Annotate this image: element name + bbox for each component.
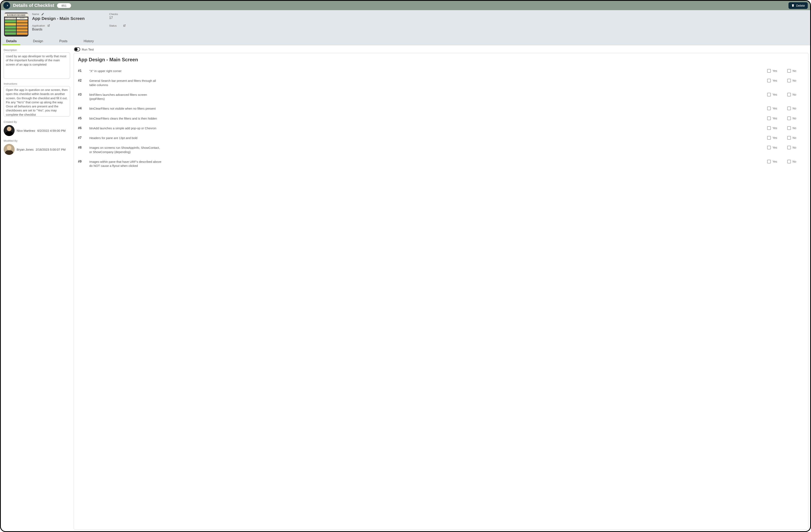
checkbox-box[interactable]: [787, 69, 791, 73]
checkbox-no[interactable]: No: [787, 107, 796, 110]
checkbox-box[interactable]: [767, 107, 771, 110]
application-value: Boards: [32, 28, 103, 31]
name-value: App Design - Main Screen: [32, 16, 103, 21]
checkbox-yes[interactable]: Yes: [767, 160, 777, 163]
checklist-options: YesNo: [767, 126, 804, 130]
checklist-text: btnClearFilters not visibile when no fil…: [89, 107, 162, 111]
checkbox-label: Yes: [772, 93, 777, 96]
checkbox-box[interactable]: [767, 93, 771, 96]
tab-posts[interactable]: Posts: [57, 36, 70, 45]
details-sidebar: Description Instructions Created By Nico…: [1, 45, 73, 531]
delete-label: Delete: [796, 4, 805, 7]
checklist-options: YesNo: [767, 69, 804, 73]
checkbox-yes[interactable]: Yes: [767, 69, 777, 73]
checkbox-label: Yes: [772, 107, 777, 110]
instructions-input[interactable]: [4, 86, 70, 117]
thumbnail[interactable]: KANBAN BOARD WORK-IN-PROGRESS VALIDATE: [4, 13, 28, 36]
checklist-number: #9: [78, 160, 85, 163]
checkbox-no[interactable]: No: [787, 93, 796, 96]
checklist-row: #9Images within pane that have URF's des…: [78, 157, 804, 171]
checklist-panel[interactable]: App Design - Main Screen #1"X" in upper …: [74, 53, 809, 530]
checklist-options: YesNo: [767, 117, 804, 120]
checklist-options: YesNo: [767, 136, 804, 140]
modified-by-label: Modified By: [4, 139, 70, 142]
checkbox-box[interactable]: [787, 160, 791, 163]
checklist-text: General Search bar present and filters t…: [89, 79, 162, 87]
run-test-label: Run Test: [82, 48, 94, 51]
checklist-options: YesNo: [767, 107, 804, 110]
back-button[interactable]: [3, 2, 10, 9]
checkbox-no[interactable]: No: [787, 146, 796, 149]
checkbox-label: Yes: [772, 79, 777, 82]
checkbox-no[interactable]: No: [787, 160, 796, 163]
created-by-date: 6/2/2022 4:59:00 PM: [37, 129, 65, 132]
external-link-icon[interactable]: [123, 24, 126, 27]
name-label: Name: [32, 13, 103, 16]
tab-details[interactable]: Details: [4, 36, 19, 45]
checkbox-label: Yes: [772, 117, 777, 120]
checkbox-label: No: [793, 107, 796, 110]
checklist-number: #8: [78, 146, 85, 149]
thumbnail-title: KANBAN BOARD: [4, 13, 28, 17]
checkbox-box[interactable]: [787, 146, 791, 149]
avatar[interactable]: [4, 125, 15, 136]
checkbox-yes[interactable]: Yes: [767, 146, 777, 149]
checkbox-box[interactable]: [787, 107, 791, 110]
checkbox-no[interactable]: No: [787, 126, 796, 130]
checkbox-no[interactable]: No: [787, 79, 796, 82]
description-input[interactable]: [4, 52, 70, 79]
application-label: Application: [32, 24, 103, 27]
checklist-row: #1"X" in upper right cornerYesNo: [78, 66, 804, 76]
delete-button[interactable]: Delete: [789, 2, 808, 9]
checkbox-yes[interactable]: Yes: [767, 79, 777, 82]
trash-icon: [791, 4, 795, 7]
checkbox-box[interactable]: [787, 79, 791, 82]
tab-design[interactable]: Design: [31, 36, 45, 45]
checkbox-yes[interactable]: Yes: [767, 117, 777, 120]
checkbox-box[interactable]: [767, 69, 771, 73]
checkbox-yes[interactable]: Yes: [767, 93, 777, 96]
edit-icon[interactable]: [41, 13, 44, 16]
checklist-options: YesNo: [767, 93, 804, 96]
checkbox-box[interactable]: [767, 160, 771, 163]
status-label: Status: [109, 24, 150, 27]
checklist-text: btnClearFilters clears the filters and i…: [89, 117, 162, 121]
checklist-text: btnAdd launches a simple add pop-up or C…: [89, 126, 162, 130]
checklist-number: #6: [78, 126, 85, 130]
checklist-row: #3btnFilters launches advanced filters s…: [78, 90, 804, 104]
checklist-number: #2: [78, 79, 85, 82]
checkbox-box[interactable]: [787, 126, 791, 130]
description-label: Description: [4, 48, 70, 51]
instructions-label: Instructions: [4, 82, 70, 85]
avatar[interactable]: [4, 144, 15, 155]
run-test-row: Run Test: [73, 45, 810, 53]
checkbox-label: No: [793, 93, 796, 96]
checklist-number: #5: [78, 117, 85, 120]
created-by-label: Created By: [4, 120, 70, 123]
checkbox-no[interactable]: No: [787, 117, 796, 120]
checkbox-box[interactable]: [767, 117, 771, 120]
checkbox-label: No: [793, 79, 796, 82]
checkbox-no[interactable]: No: [787, 69, 796, 73]
tab-history[interactable]: History: [81, 36, 96, 45]
checkbox-label: Yes: [772, 136, 777, 139]
checkbox-yes[interactable]: Yes: [767, 107, 777, 110]
external-link-icon[interactable]: [47, 24, 50, 27]
checklist-text: Images on screens run ShowAppInfo, ShowC…: [89, 146, 162, 154]
checkbox-box[interactable]: [767, 126, 771, 130]
checkbox-box[interactable]: [787, 136, 791, 140]
created-by-row: Nico Martinez 6/2/2022 4:59:00 PM: [4, 125, 70, 136]
checkbox-box[interactable]: [787, 93, 791, 96]
checklist-number: #3: [78, 93, 85, 96]
checkbox-label: Yes: [772, 160, 777, 163]
info-panel: KANBAN BOARD WORK-IN-PROGRESS VALIDATE N…: [1, 10, 810, 36]
checkbox-box[interactable]: [787, 117, 791, 120]
checkbox-box[interactable]: [767, 146, 771, 149]
checkbox-yes[interactable]: Yes: [767, 126, 777, 130]
run-test-toggle[interactable]: [74, 47, 80, 51]
checkbox-no[interactable]: No: [787, 136, 796, 140]
checkbox-box[interactable]: [767, 136, 771, 140]
checkbox-box[interactable]: [767, 79, 771, 82]
checklist-options: YesNo: [767, 160, 804, 163]
checkbox-yes[interactable]: Yes: [767, 136, 777, 140]
